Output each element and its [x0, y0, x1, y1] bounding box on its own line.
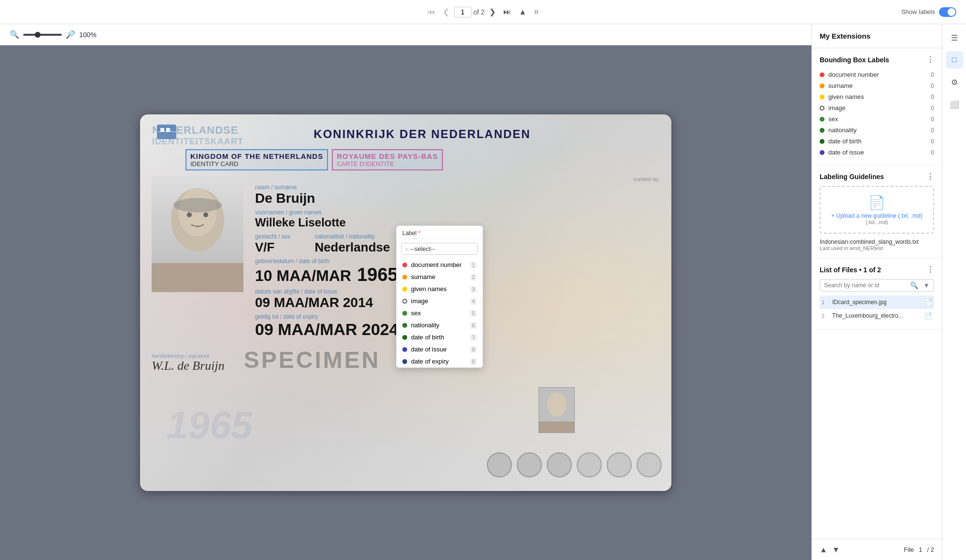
popup-required: *	[418, 230, 421, 237]
zoom-slider[interactable]	[23, 34, 62, 36]
sex-field: geslacht / sex V/F	[255, 233, 290, 255]
label-row-image: image 0	[820, 102, 934, 113]
label-name-surname: surname	[828, 82, 853, 89]
option-label-image: image	[411, 297, 428, 305]
guidelines-title: Labeling Guidelines ⋮	[820, 172, 934, 181]
last-page-button[interactable]: ⏭	[500, 6, 514, 18]
shortcut-4: 4	[470, 298, 477, 305]
option-label-document-number: document number	[411, 261, 462, 268]
subtitle-fr: CARTE D'IDENTITE	[337, 160, 438, 168]
count-nationality: 0	[931, 127, 934, 134]
label-search-input[interactable]	[410, 245, 474, 252]
search-circle-icon: ○	[405, 246, 408, 252]
guidelines-file-name: Indonesian-combined_slang_words.txt	[820, 238, 934, 245]
right-sidebar: ☰ □ ⚙ ⬜	[942, 24, 966, 560]
sidebar-icon-label[interactable]: □	[946, 51, 963, 69]
zoom-slider-thumb[interactable]	[35, 32, 41, 38]
guidelines-upload-area[interactable]: 📄 + Upload a new guideline (.txt, .md) (…	[820, 186, 934, 234]
option-nationality[interactable]: nationality 6	[397, 319, 483, 331]
canvas-area: 🔍 🔎 100% NEDERLANDSE IDENTITEITSKAART 19…	[0, 24, 811, 560]
signature-field: handtekening / signature W.L. de Bruijn	[152, 353, 225, 373]
file-item-1[interactable]: 1 IDcard_specimen.jpg 📄	[820, 295, 934, 309]
files-section: List of Files • 1 of 2 ⋮ 🔍 ▼ 1 IDcard_sp…	[812, 258, 942, 330]
surname-field: naam / surname De Bruijn	[255, 184, 660, 206]
guidelines-upload-text[interactable]: + Upload a new guideline (.txt, .md)	[828, 212, 925, 219]
file-search-input[interactable]	[824, 282, 907, 289]
count-sex: 0	[931, 116, 934, 123]
surname-value: De Bruijn	[255, 191, 660, 206]
nav-up-button[interactable]: ▲	[820, 546, 827, 554]
option-image[interactable]: image 4	[397, 295, 483, 307]
svg-point-11	[547, 392, 567, 417]
subtitle-row: KINGDOM OF THE NETHERLANDS IDENTITY CARD…	[185, 149, 660, 170]
watermark-year: 1965	[167, 403, 253, 448]
option-given-names[interactable]: given names 3	[397, 283, 483, 295]
bbox-menu-icon[interactable]: ⋮	[926, 55, 934, 64]
first-page-button[interactable]: ⏮	[425, 6, 438, 18]
extensions-title: My Extensions	[820, 32, 870, 40]
page-number-input[interactable]	[454, 7, 471, 17]
file-filter-icon[interactable]: ▼	[923, 281, 930, 289]
zoom-in-icon[interactable]: 🔎	[66, 30, 75, 39]
koninkrijk-title: KONINKRIJK DER NEDERLANDEN	[185, 127, 660, 141]
dot-doc-num	[820, 72, 824, 77]
file-icon-1: 📄	[924, 298, 932, 306]
nationality-field: nationaliteit / nationality Nederlandse	[314, 233, 390, 255]
label-row-sex: sex 0	[820, 113, 934, 125]
shortcut-9: 9	[470, 358, 477, 365]
file-num-1: 1	[822, 299, 828, 305]
bbox-en: KINGDOM OF THE NETHERLANDS IDENTITY CARD	[185, 149, 328, 170]
show-labels-toggle[interactable]	[939, 7, 956, 17]
nav-down-button[interactable]: ▼	[832, 546, 840, 554]
dot-nat-panel	[820, 128, 824, 133]
dot-date-of-birth	[402, 335, 407, 340]
option-date-of-issue[interactable]: date of issue 8	[397, 343, 483, 355]
option-date-of-expiry[interactable]: date of expiry 9	[397, 355, 483, 367]
option-label-nationality: nationality	[411, 322, 440, 329]
option-document-number[interactable]: document number 1	[397, 259, 483, 271]
zoom-out-icon[interactable]: 🔍	[10, 30, 19, 39]
title-fr: ROYAUME DES PAYS-BAS	[337, 152, 438, 160]
sex-value: V/F	[255, 240, 290, 255]
show-labels-text: Show labels	[901, 8, 935, 15]
bbox-title: Bounding Box Labels ⋮	[820, 55, 934, 64]
guidelines-menu-icon[interactable]: ⋮	[926, 172, 934, 181]
extensions-header: My Extensions	[812, 24, 942, 48]
svg-rect-6	[152, 263, 243, 292]
file-item-2[interactable]: 2 The_Luxembourg_electro... 📄	[820, 309, 934, 322]
id-card: NEDERLANDSE IDENTITEITSKAART 1965	[140, 114, 671, 491]
dot-surname-panel	[820, 84, 824, 88]
option-label-surname: surname	[411, 273, 436, 280]
shortcut-5: 5	[470, 310, 477, 317]
label-row-date-of-issue: date of issue 0	[820, 147, 934, 158]
svg-rect-1	[160, 128, 164, 132]
security-circle-4	[577, 452, 602, 477]
label-name-given-names: given names	[828, 93, 864, 100]
title-en: KINGDOM OF THE NETHERLANDS	[190, 152, 323, 160]
file-search-icon[interactable]: 🔍	[910, 281, 918, 289]
option-sex[interactable]: sex 5	[397, 307, 483, 319]
sidebar-icon-cursor[interactable]: ☰	[946, 29, 963, 46]
dot-document-number	[402, 263, 407, 267]
dot-given-panel	[820, 95, 824, 99]
count-surname: 0	[931, 83, 934, 89]
count-given-names: 0	[931, 94, 934, 100]
dot-date-of-issue	[402, 347, 407, 352]
shortcut-6: 6	[470, 322, 477, 329]
label-name-date-of-issue: date of issue	[828, 149, 864, 156]
security-circle-2	[517, 452, 542, 477]
zoom-percent: 100%	[79, 31, 97, 39]
sidebar-icon-settings[interactable]: ⚙	[946, 73, 963, 91]
dot-date-of-expiry	[402, 359, 407, 364]
sidebar-icon-grid[interactable]: ⬜	[946, 96, 963, 113]
next-page-button[interactable]: ❯	[486, 5, 498, 18]
dob-year: 1965	[357, 265, 398, 285]
dot-nationality	[402, 323, 407, 328]
option-date-of-birth[interactable]: date of birth 7	[397, 331, 483, 343]
expand-button[interactable]: ▲	[516, 6, 529, 18]
files-section-title: List of Files • 1 of 2	[820, 266, 881, 274]
layout-button[interactable]: ⌗	[531, 6, 541, 18]
prev-page-button[interactable]: ❮	[440, 5, 452, 18]
option-surname[interactable]: surname 2	[397, 271, 483, 283]
files-menu-icon[interactable]: ⋮	[926, 265, 934, 274]
